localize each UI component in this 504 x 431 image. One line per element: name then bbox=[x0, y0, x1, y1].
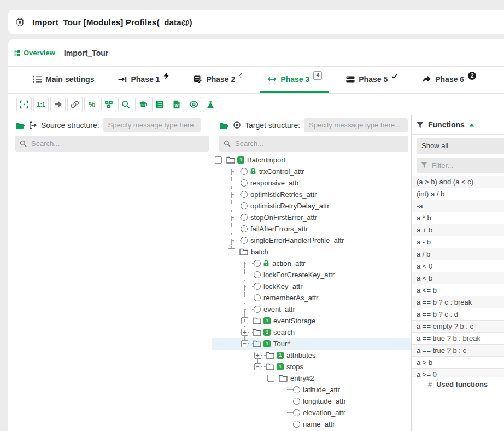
tree-node-label[interactable]: trxControl_attr bbox=[259, 167, 304, 176]
tree-node-longitude_attr[interactable]: longitude_attr bbox=[212, 395, 411, 407]
tree-node-stopOnFirstError_attr[interactable]: stopOnFirstError_attr bbox=[212, 212, 411, 223]
breadcrumb-overview[interactable]: Overview bbox=[13, 49, 55, 57]
zoom-one-to-one-button[interactable]: 1:1 bbox=[33, 97, 49, 112]
function-item[interactable]: -a bbox=[412, 200, 504, 212]
tree-node-label[interactable]: rememberAs_attr bbox=[263, 294, 318, 302]
search-button[interactable] bbox=[118, 97, 133, 112]
tree-node-label[interactable]: longitude_attr bbox=[303, 397, 346, 405]
used-functions-footer[interactable]: # Used functions bbox=[412, 377, 504, 391]
tree-node-batch[interactable]: −batch bbox=[212, 246, 411, 258]
link-button[interactable] bbox=[67, 97, 83, 112]
tree-node-optimisticRetryDelay_attr[interactable]: optimisticRetryDelay_attr bbox=[212, 200, 411, 212]
show-all-button[interactable]: Show all bbox=[417, 138, 504, 154]
function-item[interactable]: (int) a / b bbox=[412, 188, 504, 200]
source-search-box[interactable] bbox=[15, 136, 209, 152]
tree-node-label[interactable]: responsive_attr bbox=[250, 179, 299, 187]
protocol-button[interactable] bbox=[152, 97, 167, 112]
tree-node-BatchImport[interactable]: −1BatchImport bbox=[212, 154, 411, 166]
tree-node-label[interactable]: attributes bbox=[286, 351, 315, 359]
attribute-node-icon[interactable] bbox=[241, 191, 248, 198]
function-item[interactable]: a / b bbox=[412, 248, 504, 260]
tree-node-lockForCreateKey_attr[interactable]: lockForCreateKey_attr bbox=[212, 269, 411, 281]
fullscreen-button[interactable] bbox=[16, 97, 32, 112]
tree-node-event_attr[interactable]: event_attr bbox=[212, 304, 411, 315]
tree-node-attributes[interactable]: +1attributes bbox=[212, 350, 411, 361]
tree-node-entry#2[interactable]: −entry#2 bbox=[212, 372, 411, 384]
tree-node-label[interactable]: failAfterErrors_attr bbox=[250, 225, 308, 233]
breadcrumb-profile-label[interactable]: Import_Tour bbox=[64, 49, 108, 57]
tab-main-settings[interactable]: Main settings bbox=[26, 67, 101, 93]
collapse-toggle[interactable]: − bbox=[254, 363, 261, 370]
tree-node-singleErrorHandlerProfile_attr[interactable]: singleErrorHandlerProfile_attr bbox=[212, 235, 411, 246]
attribute-node-icon[interactable] bbox=[254, 260, 261, 267]
function-item[interactable]: a - b bbox=[412, 236, 504, 248]
functions-filter-box[interactable] bbox=[417, 158, 504, 173]
function-item[interactable]: a * b bbox=[412, 212, 504, 224]
expand-toggle[interactable]: + bbox=[254, 352, 261, 359]
collapse-toggle[interactable]: − bbox=[267, 375, 274, 382]
tab-phase-5[interactable]: Phase 5 bbox=[339, 67, 405, 93]
attribute-node-icon[interactable] bbox=[254, 294, 261, 301]
attribute-node-icon[interactable] bbox=[293, 409, 300, 416]
tree-node-trxControl_attr[interactable]: trxControl_attr bbox=[212, 166, 411, 177]
tree-node-label[interactable]: name_attr bbox=[303, 420, 335, 428]
function-item[interactable]: a + b bbox=[412, 224, 504, 236]
tutorial-button[interactable] bbox=[135, 97, 150, 112]
attribute-node-icon[interactable] bbox=[254, 306, 261, 313]
function-item[interactable]: a == b ? c : d bbox=[412, 308, 504, 321]
target-message-type-input[interactable] bbox=[304, 118, 408, 132]
tree-node-lockKey_attr[interactable]: lockKey_attr bbox=[212, 281, 411, 292]
attribute-node-icon[interactable] bbox=[241, 237, 248, 244]
collapse-toggle[interactable]: − bbox=[241, 340, 248, 347]
functions-header[interactable]: Functions bbox=[412, 115, 504, 135]
tree-node-search[interactable]: +1search bbox=[212, 327, 411, 338]
function-item[interactable]: a == b ? c : break bbox=[412, 296, 504, 308]
word-export-button[interactable]: W bbox=[169, 97, 184, 112]
tree-node-stops[interactable]: −1stops bbox=[212, 361, 411, 372]
tree-node-failAfterErrors_attr[interactable]: failAfterErrors_attr bbox=[212, 223, 411, 235]
function-item[interactable]: a < b bbox=[412, 272, 504, 284]
tree-node-label[interactable]: batch bbox=[251, 248, 268, 256]
collapse-toggle[interactable]: − bbox=[228, 248, 235, 255]
function-item[interactable]: a == true ? b : break bbox=[412, 333, 504, 345]
tab-phase-2[interactable]: Phase 2 bbox=[186, 67, 250, 93]
preview-button[interactable] bbox=[186, 97, 201, 112]
function-item[interactable]: a == true ? b : c bbox=[412, 345, 504, 357]
tree-node-eventStorage[interactable]: +1eventStorage bbox=[212, 315, 411, 327]
tree-node-label[interactable]: lockKey_attr bbox=[263, 282, 303, 290]
tree-node-label[interactable]: latitude_attr bbox=[303, 386, 340, 394]
function-item[interactable]: a == empty ? b : c bbox=[412, 321, 504, 333]
source-message-type-input[interactable] bbox=[103, 118, 201, 132]
attribute-node-icon[interactable] bbox=[254, 271, 261, 278]
target-search-input[interactable] bbox=[234, 139, 404, 148]
test-button[interactable] bbox=[203, 97, 218, 112]
attribute-node-icon[interactable] bbox=[254, 283, 261, 290]
dice-button[interactable] bbox=[101, 97, 116, 112]
tree-node-label[interactable]: action_attr bbox=[272, 259, 306, 267]
tree-node-label[interactable]: optimisticRetries_attr bbox=[250, 190, 317, 199]
tab-phase-1[interactable]: Phase 1 bbox=[111, 67, 177, 93]
collapse-toggle[interactable]: − bbox=[215, 156, 222, 164]
tree-node-label[interactable]: stops bbox=[286, 363, 303, 371]
function-item[interactable]: a < 0 bbox=[412, 260, 504, 272]
collapse-triangle-icon[interactable] bbox=[469, 123, 474, 127]
tree-node-label[interactable]: BatchImport bbox=[247, 156, 285, 164]
tab-phase-6[interactable]: Phase 6 2 bbox=[415, 67, 483, 93]
tree-node-elevation_attr[interactable]: elevation_attr bbox=[212, 407, 411, 418]
tree-node-name_attr[interactable]: name_attr bbox=[212, 418, 411, 430]
tree-node-Tour[interactable]: −1Tour* bbox=[212, 338, 411, 350]
attribute-node-icon[interactable] bbox=[293, 398, 300, 405]
source-search-input[interactable] bbox=[30, 139, 204, 148]
attribute-node-icon[interactable] bbox=[293, 421, 300, 428]
tree-node-label[interactable]: singleErrorHandlerProfile_attr bbox=[250, 236, 344, 244]
function-item[interactable]: a > b bbox=[412, 357, 504, 369]
tree-node-label[interactable]: lockForCreateKey_attr bbox=[263, 271, 335, 279]
tab-phase-3[interactable]: Phase 3 4 bbox=[260, 67, 329, 93]
tree-node-responsive_attr[interactable]: responsive_attr bbox=[212, 177, 411, 189]
tree-node-label[interactable]: eventStorage bbox=[273, 317, 315, 325]
attribute-node-icon[interactable] bbox=[241, 168, 248, 175]
function-item[interactable]: a >= 0 bbox=[412, 369, 504, 377]
attribute-node-icon[interactable] bbox=[241, 225, 248, 232]
tree-node-label[interactable]: entry#2 bbox=[290, 374, 314, 382]
tree-node-latitude_attr[interactable]: latitude_attr bbox=[212, 384, 411, 395]
